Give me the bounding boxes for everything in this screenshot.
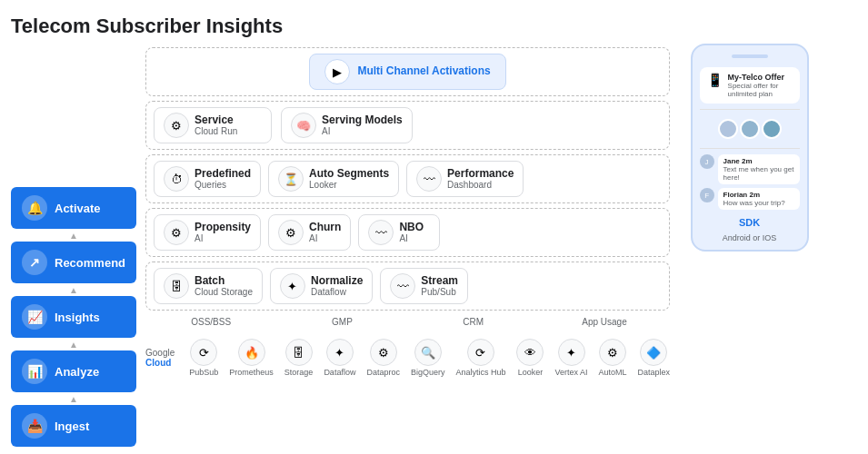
stream-icon: 〰 (390, 273, 415, 299)
icon-bigquery: 🔍 BigQuery (411, 339, 445, 377)
insights-icon: 📈 (22, 304, 47, 330)
box-predefined: ⏱ Predefined Queries (154, 161, 261, 197)
source-labels: OSS/BSS GMP CRM App Usage (145, 315, 670, 327)
main-container: Telecom Subscriber Insights 🔔 Activate ▲… (0, 0, 868, 454)
row-queries: ⏱ Predefined Queries ⏳ Auto Segments Loo… (145, 154, 670, 203)
propensity-icon: ⚙ (164, 220, 189, 245)
phone-offer-card: 📱 My-Telco Offer Special offer for unlim… (700, 67, 800, 104)
auto-segments-icon: ⏳ (278, 166, 304, 192)
box-propensity: ⚙ Propensity AI (154, 214, 261, 251)
florian-avatar: F (700, 188, 714, 202)
sidebar-btn-analyze[interactable]: 📊 Analyze (11, 350, 136, 392)
normalize-icon: ✦ (280, 273, 305, 299)
sidebar-btn-insights[interactable]: 📈 Insights (11, 296, 136, 338)
google-cloud-logo: Google Cloud (145, 348, 175, 368)
avatar-row (700, 119, 800, 139)
jane-avatar: J (700, 154, 714, 169)
serving-icon: 🧠 (291, 113, 316, 138)
phone-divider-2 (700, 148, 800, 149)
box-churn: ⚙ Churn AI (268, 214, 351, 251)
icon-dataflow: ✦ Dataflow (324, 339, 355, 377)
icon-analytics-hub: ⟳ Analytics Hub (455, 339, 505, 377)
row-multichannel: ▶ Multi Channel Activations (145, 47, 670, 96)
sidebar-btn-ingest[interactable]: 📥 Ingest (11, 405, 136, 447)
bottom-icons-row: Google Cloud ⟳ PubSub 🔥 Prometheus 🗄 Sto… (145, 335, 670, 377)
phone-area: 📱 My-Telco Offer Special offer for unlim… (679, 44, 820, 447)
icon-prometheus: 🔥 Prometheus (229, 339, 274, 377)
chat-msg-florian: F Florian 2m How was your trip? (700, 188, 800, 210)
content-area: 🔔 Activate ▲ ↗ Recommend ▲ 📈 Insights ▲ … (11, 47, 857, 447)
box-serving-models: 🧠 Serving Models AI (281, 107, 413, 143)
box-auto-segments: ⏳ Auto Segments Looker (268, 161, 399, 197)
offer-sub: Special offer for unlimited plan (728, 82, 793, 98)
avatar-2 (740, 119, 760, 139)
row-ingest: 🗄 Batch Cloud Storage ✦ Normalize Datafl… (145, 262, 670, 311)
phone-divider (700, 109, 800, 110)
arrow-1: ▲ (11, 229, 136, 242)
box-stream: 〰 Stream Pub/Sub (380, 268, 468, 304)
performance-icon: 〰 (416, 166, 442, 192)
arrow-3: ▲ (11, 338, 136, 350)
box-normalize: ✦ Normalize Dataflow (270, 268, 373, 304)
predefined-icon: ⏱ (164, 166, 189, 192)
icon-dataproc: ⚙ Dataproc (366, 339, 400, 377)
avatar-3 (762, 119, 782, 139)
recommend-icon: ↗ (22, 250, 47, 275)
icon-vertex-ai: ✦ Vertex AI (554, 339, 587, 377)
avatar-1 (718, 119, 738, 139)
sidebar-btn-recommend[interactable]: ↗ Recommend (11, 242, 136, 283)
service-icon: ⚙ (164, 113, 189, 138)
analyze-icon: 📊 (22, 359, 47, 384)
activate-icon: 🔔 (22, 195, 47, 221)
diagram-area: ▶ Multi Channel Activations ⚙ Service Cl… (145, 47, 670, 447)
page-title: Telecom Subscriber Insights (11, 15, 857, 38)
phone-os-label: Android or IOS (700, 233, 800, 242)
sidebar-btn-activate[interactable]: 🔔 Activate (11, 187, 136, 229)
multichannel-icon: ▶ (324, 59, 350, 84)
phone-mockup: 📱 My-Telco Offer Special offer for unlim… (691, 44, 809, 252)
chat-msg-jane: J Jane 2m Text me when you get here! (700, 154, 800, 184)
churn-icon: ⚙ (278, 220, 304, 245)
offer-title: My-Telco Offer (728, 73, 793, 82)
batch-icon: 🗄 (164, 273, 189, 299)
box-performance: 〰 Performance Dashboard (406, 161, 524, 197)
arrow-4: ▲ (11, 392, 136, 405)
left-sidebar: 🔔 Activate ▲ ↗ Recommend ▲ 📈 Insights ▲ … (11, 47, 136, 447)
icon-automl: ⚙ AutoML (599, 339, 627, 377)
icon-dataplex: 🔷 Dataplex (638, 339, 671, 377)
multichannel-box: ▶ Multi Channel Activations (309, 54, 505, 90)
jane-bubble: Jane 2m Text me when you get here! (718, 154, 800, 184)
box-nbo: 〰 NBO AI (358, 214, 440, 251)
icon-looker: 👁 Looker (516, 339, 544, 377)
icon-pubsub: ⟳ PubSub (189, 339, 218, 377)
arrow-2: ▲ (11, 283, 136, 296)
florian-bubble: Florian 2m How was your trip? (718, 188, 800, 210)
row-service: ⚙ Service Cloud Run 🧠 Serving Models AI (145, 101, 670, 150)
ingest-icon: 📥 (22, 413, 47, 439)
icon-storage: 🗄 Storage (284, 339, 314, 377)
box-batch: 🗄 Batch Cloud Storage (154, 268, 263, 304)
phone-notch (732, 54, 768, 58)
multichannel-label: Multi Channel Activations (357, 64, 490, 79)
row-ai-models: ⚙ Propensity AI ⚙ Churn AI 〰 (145, 208, 670, 257)
offer-icon: 📱 (707, 73, 723, 87)
nbo-icon: 〰 (368, 220, 394, 245)
phone-chat: J Jane 2m Text me when you get here! F F… (700, 154, 800, 210)
box-service-cloud-run: ⚙ Service Cloud Run (154, 107, 272, 143)
phone-sdk-label: SDK (700, 217, 800, 228)
